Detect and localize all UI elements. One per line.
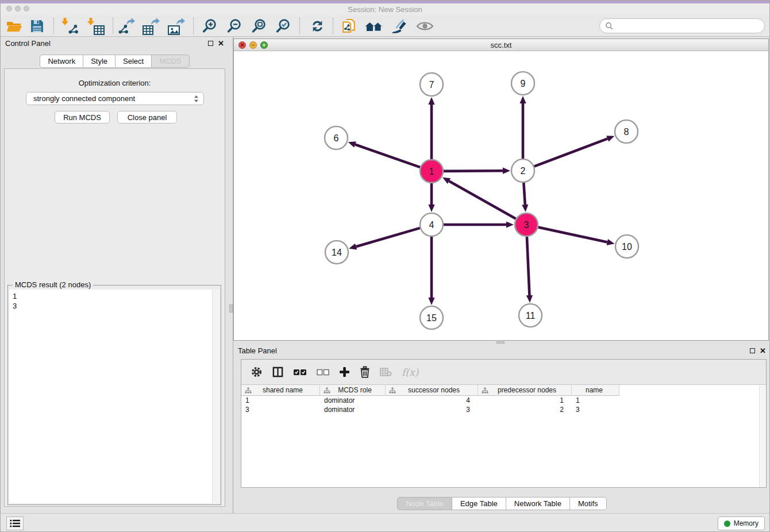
create-column-plus-icon[interactable] [339,367,350,377]
control-panel-title: Control Panel [5,39,51,48]
table-settings-gear-icon[interactable] [251,366,263,378]
minimize-window-icon[interactable] [15,6,21,11]
table-row[interactable]: 3dominator323 [241,405,766,414]
splitter-grip[interactable] [496,341,505,344]
graph-node-8[interactable]: 8 [615,120,638,143]
graph-node-4[interactable]: 4 [420,213,443,236]
graph-node-9[interactable]: 9 [511,72,534,95]
table-cell[interactable]: 3 [386,405,478,414]
unselect-all-columns-icon[interactable] [317,369,329,376]
column-header-MCDS-role[interactable]: MCDS role [320,385,386,396]
refresh-layout-icon[interactable] [307,17,328,36]
table-cell[interactable]: 2 [478,405,572,414]
graph-node-14[interactable]: 14 [325,241,348,264]
import-network-icon[interactable] [60,17,80,36]
close-panel-button[interactable]: Close panel [117,111,177,124]
result-scrollbar[interactable] [212,290,220,503]
table-cell[interactable]: dominator [320,405,386,414]
splitter-grip[interactable] [229,304,233,313]
select-all-columns-icon[interactable] [293,368,307,376]
column-header-shared-name[interactable]: shared name [241,385,320,396]
column-header-predecessor-nodes[interactable]: predecessor nodes [478,385,572,396]
column-header-name[interactable]: name [572,385,619,396]
style-brush-icon[interactable] [388,17,409,36]
graph-edge-2-3[interactable] [523,183,525,205]
graph-edge-1-6[interactable] [355,145,420,168]
splitter-vertical[interactable] [229,37,233,513]
float-panel-icon[interactable] [208,41,213,46]
save-icon[interactable] [26,17,47,36]
column-header-successor-nodes[interactable]: successor nodes [386,385,478,396]
tab-network[interactable]: Network [40,55,83,68]
tab-style[interactable]: Style [83,55,116,68]
minimize-view-icon[interactable]: − [249,41,257,49]
import-table-icon[interactable] [86,17,106,36]
table-cell[interactable]: 1 [572,396,619,405]
search-field[interactable] [599,18,765,33]
graph-edge-3-1[interactable] [449,181,515,219]
node-table-container: f(x) shared nameMCDS rolesuccessor nodes… [241,359,767,488]
graph-node-10[interactable]: 10 [615,235,638,258]
table-cell[interactable]: 4 [386,396,478,405]
graph-node-1[interactable]: 1 [420,160,443,183]
close-panel-icon[interactable]: ✕ [218,40,224,47]
first-neighbors-icon[interactable] [363,17,384,36]
tab-node-table[interactable]: Node Table [397,497,452,510]
optimization-criterion-dropdown[interactable]: strongly connected component [26,92,204,105]
network-canvas[interactable]: 7968124314101511 [234,51,768,340]
maximize-view-icon[interactable]: + [260,41,268,49]
graph-edge-3-10[interactable] [538,227,607,242]
tab-mcds[interactable]: MCDS [152,55,189,68]
zoom-selected-icon[interactable] [272,17,293,36]
graph-node-3[interactable]: 3 [515,213,538,236]
control-panel: Control Panel ✕ NetworkStyleSelectMCDS O… [1,37,229,513]
graph-node-15[interactable]: 15 [420,306,443,329]
tab-select[interactable]: Select [116,55,152,68]
export-network-icon[interactable] [116,17,137,36]
close-view-icon[interactable]: ✕ [238,41,246,49]
show-columns-icon[interactable] [272,367,283,377]
tab-motifs[interactable]: Motifs [570,497,607,510]
show-hide-icon[interactable] [414,17,435,36]
dropdown-stepper-icon [194,95,199,103]
graph-edge-4-14[interactable] [356,228,420,246]
graph-node-6[interactable]: 6 [325,126,348,149]
table-cell[interactable]: 1 [478,396,572,405]
close-panel-icon[interactable]: ✕ [760,347,766,354]
main-traffic-lights[interactable] [6,6,29,11]
graph-edge-arrowhead [428,205,434,212]
table-cell[interactable]: 3 [241,405,320,414]
graph-node-7[interactable]: 7 [420,73,443,96]
export-table-icon[interactable] [141,17,161,36]
table-cell[interactable]: 1 [241,396,320,405]
network-window-titlebar[interactable]: ✕ − + scc.txt [234,39,768,51]
zoom-in-icon[interactable] [199,17,220,36]
zoom-out-icon[interactable] [224,17,244,36]
zoom-fit-icon[interactable] [248,17,269,36]
graph-edge-2-8[interactable] [534,138,608,166]
clone-network-icon[interactable] [338,17,359,36]
table-cell[interactable]: 3 [572,405,619,414]
open-folder-icon[interactable] [4,17,25,36]
export-image-icon[interactable] [166,17,187,36]
task-history-button[interactable] [6,516,24,530]
table-cell[interactable]: dominator [320,396,386,405]
graph-node-2[interactable]: 2 [511,159,534,182]
mcds-result-box[interactable]: 1 3 [9,290,220,503]
table-row[interactable]: 1dominator411 [241,396,766,405]
table-header-row: shared nameMCDS rolesuccessor nodesprede… [241,385,766,396]
tab-network-table[interactable]: Network Table [506,497,570,510]
graph-node-11[interactable]: 11 [519,304,542,327]
graph-edge-arrowhead [606,136,614,141]
graph-edge-3-11[interactable] [527,237,530,295]
float-panel-icon[interactable] [750,348,755,353]
tab-edge-table[interactable]: Edge Table [452,497,506,510]
table-scrollbar[interactable] [759,385,766,487]
memory-button[interactable]: Memory [718,516,765,530]
delete-column-trash-icon[interactable] [360,366,370,378]
maximize-window-icon[interactable] [24,6,29,11]
graph-edge-1-2[interactable] [444,171,503,171]
close-window-icon[interactable] [6,6,12,11]
run-mcds-button[interactable]: Run MCDS [55,111,110,124]
search-input[interactable] [616,22,764,30]
